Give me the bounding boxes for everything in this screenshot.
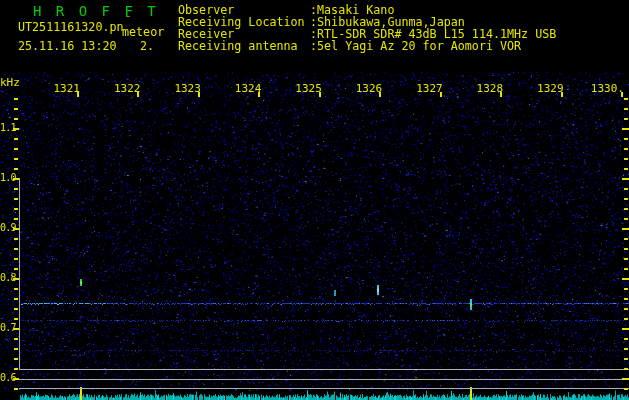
freq-tick-right [624,188,628,190]
freq-tick-right [624,318,628,320]
freq-tick-right [622,178,629,180]
station-name: meteor [122,25,164,39]
freq-tick-left [14,168,18,170]
freq-tick-right [624,198,628,200]
freq-tick-left [14,388,18,390]
observation-datetime: 25.11.16 13:20 [18,39,117,53]
spectrogram-canvas [0,0,629,400]
time-tick-label: 1324 [235,82,262,95]
freq-tick-left [14,358,18,360]
freq-tick-label: 1.0 [0,172,16,183]
freq-tick-right [624,148,628,150]
echo-count: 2. [140,39,154,53]
freq-tick-right [624,158,628,160]
freq-tick-left [14,118,18,120]
app-title: H R O F F T [33,3,159,19]
freq-tick-left [14,138,18,140]
freq-tick-label: 0.8 [0,272,16,283]
time-tick-label: 1327 [416,82,443,95]
freq-tick-left [14,258,18,260]
bottom-panel-line-2 [19,379,629,380]
freq-tick-left [14,98,18,100]
time-tick-label: 1321 [54,82,81,95]
freq-tick-right [624,98,628,100]
freq-tick-right [622,228,629,230]
freq-tick-right [624,258,628,260]
info-value-receiving-antenna: :5el Yagi Az 20 for Aomori VOR [310,39,521,53]
freq-tick-left [14,338,18,340]
freq-tick-right [624,308,628,310]
freq-tick-left [14,198,18,200]
freq-tick-left [14,158,18,160]
freq-tick-right [622,278,629,280]
freq-tick-right [624,368,628,370]
freq-tick-left [14,148,18,150]
time-tick-label: 1326 [356,82,383,95]
freq-tick-right [624,238,628,240]
freq-tick-label: 0.9 [0,222,16,233]
freq-tick-right [622,128,629,130]
freq-tick-label: 1.1 [0,122,16,133]
freq-tick-left [14,298,18,300]
freq-tick-right [624,138,628,140]
freq-tick-right [624,388,628,390]
freq-tick-right [624,348,628,350]
freq-tick-left [14,348,18,350]
freq-tick-left [14,248,18,250]
freq-tick-right [624,108,628,110]
bottom-panel-line-1 [19,369,629,370]
freq-tick-left [14,288,18,290]
hrofft-screen: H R O F F T UT2511161320.pn ¨ meteor 25.… [0,0,629,400]
freq-tick-right [624,288,628,290]
freq-axis-unit: kHz [0,76,20,89]
freq-tick-right [622,328,629,330]
freq-tick-left [14,318,18,320]
time-tick-label: 1330. [591,82,624,95]
freq-tick-right [622,378,629,380]
freq-tick-left [14,238,18,240]
bottom-panel-line-3 [19,388,629,389]
time-tick-label: 1323 [174,82,201,95]
output-filename: UT2511161320.pn [18,20,124,34]
freq-tick-right [624,298,628,300]
freq-tick-right [624,118,628,120]
time-tick-label: 1325 [295,82,322,95]
freq-tick-right [624,168,628,170]
freq-tick-label: 0.6 [0,372,16,383]
freq-tick-left [14,108,18,110]
time-tick-label: 1322 [114,82,141,95]
freq-tick-left [14,308,18,310]
info-label-receiving-antenna: Receiving antenna [178,39,298,53]
count-range-left-border [19,178,20,369]
freq-tick-left [14,208,18,210]
freq-tick-left [14,218,18,220]
freq-tick-left [14,368,18,370]
freq-tick-right [624,218,628,220]
freq-tick-left [14,268,18,270]
freq-tick-label: 0.7 [0,322,16,333]
freq-tick-left [14,188,18,190]
freq-tick-right [624,248,628,250]
time-tick-label: 1329 [537,82,564,95]
freq-tick-right [624,358,628,360]
freq-tick-right [624,208,628,210]
time-tick-label: 1328 [477,82,504,95]
freq-tick-right [624,268,628,270]
freq-tick-right [624,338,628,340]
